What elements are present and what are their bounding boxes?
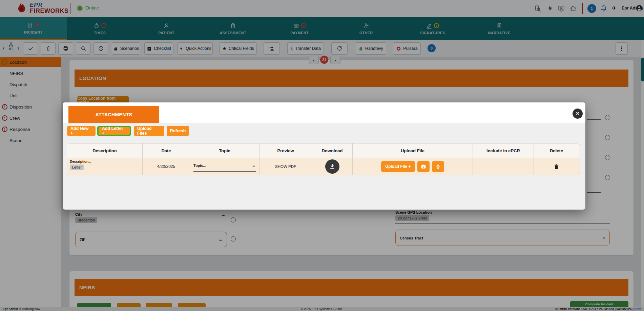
camera-button[interactable] xyxy=(417,161,430,172)
table-row: Description... Letter 4/20/2025 Topic...… xyxy=(67,158,580,175)
upload-file-cell: Upload File + xyxy=(353,158,473,175)
microphone-icon xyxy=(435,163,441,170)
description-underline xyxy=(70,172,138,172)
date-cell: 4/20/2025 xyxy=(143,158,190,175)
add-new-button[interactable]: Add New + xyxy=(67,126,96,136)
topic-field-placeholder: Topic... xyxy=(193,163,206,168)
delete-trash-button[interactable] xyxy=(553,163,560,170)
trash-icon xyxy=(553,163,560,170)
download-button[interactable] xyxy=(325,159,339,174)
col-include-epcr: Include in ePCR xyxy=(473,143,534,158)
description-value-chip: Letter xyxy=(70,164,84,170)
show-pdf-link[interactable]: SHOW PDF xyxy=(259,158,312,175)
col-delete: Delete xyxy=(534,143,579,158)
col-preview: Preview xyxy=(259,143,312,158)
topic-menu-icon[interactable]: ≡ xyxy=(252,163,255,168)
col-download: Download xyxy=(312,143,353,158)
col-topic: Topic xyxy=(190,143,259,158)
col-description: Description xyxy=(67,143,143,158)
attachments-modal: ATTACHMENTS × Add New + Add Letter + Upl… xyxy=(63,102,585,210)
col-date: Date xyxy=(143,143,190,158)
modal-title: ATTACHMENTS xyxy=(68,106,159,123)
add-letter-button[interactable]: Add Letter + xyxy=(97,126,131,136)
download-icon xyxy=(329,163,336,170)
upload-file-button[interactable]: Upload File + xyxy=(381,161,415,172)
description-cell[interactable]: Description... Letter xyxy=(67,158,143,175)
upload-files-button[interactable]: Upload Files xyxy=(134,126,164,136)
refresh-attachments-button[interactable]: Refresh xyxy=(167,126,189,136)
microphone-button[interactable] xyxy=(432,161,444,172)
download-cell xyxy=(312,158,353,175)
table-header-row: Description Date Topic Preview Download … xyxy=(67,143,580,158)
col-upload-file: Upload File xyxy=(353,143,473,158)
topic-underline xyxy=(193,171,256,172)
topic-cell[interactable]: Topic... ≡ xyxy=(190,158,259,175)
delete-cell xyxy=(534,158,579,175)
include-epcr-cell[interactable] xyxy=(473,158,534,175)
attachments-table: Description Date Topic Preview Download … xyxy=(67,143,580,175)
camera-icon xyxy=(420,163,427,170)
close-icon[interactable]: × xyxy=(573,109,583,119)
description-field-label: Description... xyxy=(70,160,91,163)
